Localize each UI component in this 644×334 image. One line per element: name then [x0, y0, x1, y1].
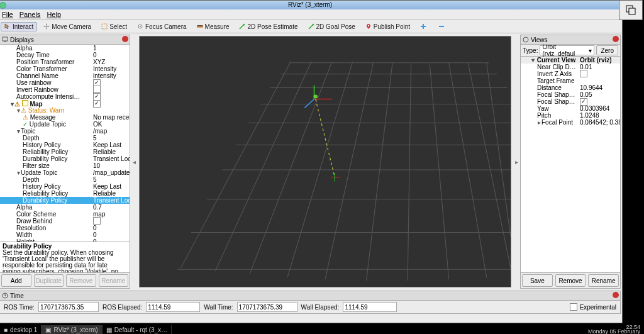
tree-row[interactable]: Reliability PolicyReliable	[0, 148, 130, 155]
displays-tree[interactable]: Alpha1Decay Time0Position TransformerXYZ…	[0, 45, 130, 242]
svg-line-20	[250, 62, 332, 274]
ros-elapsed-field[interactable]	[146, 302, 200, 312]
remove-button[interactable]: Remove	[555, 274, 586, 287]
time-panel-title[interactable]: Time	[0, 291, 620, 301]
tree-row[interactable]: Alpha1	[0, 45, 130, 52]
tree-row[interactable]: Draw Behind	[0, 218, 130, 225]
tree-row[interactable]: ▾⚠ Status: Warn	[0, 107, 130, 114]
property-description: Durability Policy Set the durability pol…	[0, 242, 130, 272]
taskbar-rviz[interactable]: ▣ RViz* (3_xterm)	[42, 325, 102, 334]
experimental-checkbox[interactable]: Experimental	[570, 303, 616, 311]
tree-row[interactable]: ▾⚠ Map✓	[0, 100, 130, 107]
ros-time-label: ROS Time:	[4, 304, 35, 311]
taskbar-desktop[interactable]: ■ desktop 1	[0, 325, 42, 334]
views-tree[interactable]: ▾ Current ViewOrbit (rviz)Near Clip D…0.…	[521, 57, 620, 272]
rename-button[interactable]: Rename	[588, 274, 619, 287]
aux-window[interactable]	[619, 0, 643, 20]
tree-row[interactable]: Alpha0.7	[0, 204, 130, 211]
tree-row[interactable]: Width0	[0, 231, 130, 238]
tree-row[interactable]: Reliability PolicyReliable	[0, 190, 130, 197]
tree-row[interactable]: ⚠ MessageNo map received	[0, 114, 130, 121]
views-panel: Views Type: Orbit (rviz_defaul▾ Zero ▾ C…	[520, 35, 621, 289]
tree-row[interactable]: History PolicyKeep Last	[0, 183, 130, 190]
views-row[interactable]: Focal Shap…✓	[521, 98, 620, 105]
taskbar-rqt[interactable]: ▦ Default - rqt (3_x…	[103, 325, 172, 334]
views-row[interactable]: Pitch1.0248	[521, 112, 620, 119]
wall-time-field[interactable]	[237, 302, 297, 312]
window-title: RViz* (3_xterm)	[288, 1, 332, 8]
toolbar: InteractMove CameraSelectFocus CameraMea…	[0, 20, 622, 33]
views-row[interactable]: ▸Focal Point0.084542; 0.3842…	[521, 119, 620, 126]
tree-row[interactable]: ✓ Update TopicOK	[0, 121, 130, 128]
menu-help[interactable]: Help	[47, 11, 61, 18]
menubar: File Panels Help	[0, 9, 622, 20]
close-icon[interactable]	[122, 36, 128, 42]
rename-button[interactable]: Rename	[99, 274, 129, 287]
menu-file[interactable]: File	[2, 11, 13, 18]
svg-rect-2	[102, 24, 107, 29]
splitter-left[interactable]: ◂	[131, 33, 136, 290]
tree-row[interactable]: Durability PolicyTransient Local	[0, 197, 130, 204]
tool-pose[interactable]: 2D Pose Estimate	[235, 22, 301, 31]
tool-plus[interactable]	[416, 22, 432, 31]
menu-panels[interactable]: Panels	[19, 11, 41, 18]
views-row[interactable]: Invert Z Axis	[521, 70, 620, 77]
ros-elapsed-label: ROS Elapsed:	[103, 304, 142, 311]
tree-row[interactable]: History PolicyKeep Last	[0, 142, 130, 148]
3d-viewport[interactable]	[139, 36, 511, 287]
tool-focus[interactable]: Focus Camera	[133, 22, 191, 31]
svg-line-27	[468, 63, 511, 268]
views-panel-title[interactable]: Views	[521, 35, 620, 45]
tree-row[interactable]: Color TransformerIntensity	[0, 65, 130, 72]
tree-row[interactable]: Depth5	[0, 135, 130, 142]
views-row[interactable]: Distance10.9644	[521, 84, 620, 91]
tree-row[interactable]: Decay Time0	[0, 52, 130, 58]
svg-rect-17	[4, 42, 6, 42]
zero-button[interactable]: Zero	[596, 45, 618, 55]
splitter-right[interactable]: ▸	[514, 33, 519, 290]
time-panel: Time ROS Time: ROS Elapsed: Wall Time: W…	[0, 291, 621, 314]
tool-measure[interactable]: Measure	[193, 22, 233, 31]
tree-row[interactable]: Resolution0	[0, 225, 130, 231]
tree-row[interactable]: Depth5	[0, 176, 130, 183]
tool-publish[interactable]: Publish Point	[362, 22, 414, 31]
tool-select[interactable]: Select	[97, 22, 131, 31]
views-icon	[523, 36, 529, 43]
displays-panel-title[interactable]: Displays	[0, 35, 130, 45]
clock-icon	[2, 292, 8, 299]
tree-row[interactable]: Position TransformerXYZ	[0, 58, 130, 65]
remove-button[interactable]: Remove	[66, 274, 96, 287]
svg-point-46	[523, 37, 528, 42]
taskbar: ■ desktop 1 ▣ RViz* (3_xterm) ▦ Default …	[0, 325, 644, 334]
tree-row[interactable]: ▾Update Topic/map_updates	[0, 169, 130, 176]
tree-row[interactable]: ▾Topic/map	[0, 128, 130, 135]
view-type-combo[interactable]: Orbit (rviz_defaul▾	[540, 45, 594, 55]
close-icon[interactable]	[613, 292, 619, 298]
svg-line-24	[408, 63, 411, 281]
window-titlebar[interactable]: RViz* (3_xterm)	[0, 1, 622, 9]
tool-move[interactable]: Move Camera	[40, 22, 95, 31]
overlap-icon	[625, 4, 636, 16]
chevron-down-icon: ▾	[589, 47, 592, 54]
tool-goal[interactable]: 2D Goal Pose	[304, 22, 359, 31]
save-button[interactable]: Save	[522, 274, 553, 287]
svg-point-4	[140, 26, 141, 27]
wall-time-label: Wall Time:	[204, 304, 233, 311]
tree-row[interactable]: Durability PolicyTransient Local	[0, 155, 130, 162]
views-row[interactable]: Yaw0.0303964	[521, 105, 620, 112]
svg-rect-51	[629, 8, 635, 14]
views-header[interactable]: ▾ Current ViewOrbit (rviz)	[521, 57, 620, 64]
svg-line-25	[430, 63, 449, 279]
wall-elapsed-field[interactable]	[343, 302, 397, 312]
grid-scene	[140, 36, 511, 287]
tool-minus[interactable]	[435, 22, 450, 31]
close-icon[interactable]	[613, 36, 619, 42]
tool-interact[interactable]: Interact	[1, 22, 37, 31]
svg-line-22	[325, 63, 373, 279]
tree-row[interactable]: Filter size10	[0, 162, 130, 169]
add-button[interactable]: Add	[1, 274, 31, 287]
views-row[interactable]: Target Frame	[521, 77, 620, 84]
svg-line-41	[304, 99, 314, 108]
ros-time-field[interactable]	[38, 302, 99, 312]
duplicate-button[interactable]: Duplicate	[34, 274, 64, 287]
